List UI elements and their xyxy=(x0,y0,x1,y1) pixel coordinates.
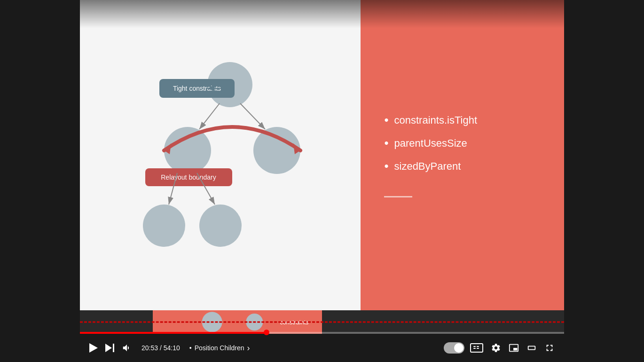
svg-rect-26 xyxy=(477,348,479,349)
bullet-1: constraints.isTight xyxy=(384,113,541,127)
settings-button[interactable] xyxy=(489,341,503,355)
svg-point-4 xyxy=(164,127,211,174)
gear-icon xyxy=(491,343,501,353)
video-container: Tight constraints Relayout boundar xyxy=(80,0,564,362)
svg-rect-23 xyxy=(473,346,476,347)
volume-icon xyxy=(122,343,132,353)
slide-top-overlay xyxy=(80,0,564,28)
bottom-controls: 20:53 / 54:10 • Position Children › xyxy=(80,334,564,362)
svg-point-14 xyxy=(199,205,242,247)
thumbnail-strip: constraints xyxy=(80,310,564,334)
captions-button[interactable] xyxy=(468,341,485,354)
fullscreen-button[interactable] xyxy=(542,341,557,355)
chapter-name: Position Children xyxy=(195,344,244,352)
chapter-dot: • xyxy=(189,344,192,352)
skip-next-button[interactable] xyxy=(103,342,116,354)
play-icon xyxy=(89,343,98,353)
captions-icon xyxy=(470,343,483,353)
slide-divider xyxy=(384,196,412,197)
side-overlay-right xyxy=(564,0,644,362)
volume-button[interactable] xyxy=(120,341,134,355)
theater-mode-button[interactable] xyxy=(525,341,539,355)
progress-dot xyxy=(264,330,269,335)
total-time: 54:10 xyxy=(164,344,180,352)
diagram-svg: Tight constraints Relayout boundar xyxy=(103,38,338,273)
autoplay-toggle[interactable] xyxy=(444,342,464,354)
svg-point-13 xyxy=(143,205,185,247)
chapter-arrow: › xyxy=(247,343,250,353)
theater-icon xyxy=(526,343,537,353)
svg-rect-25 xyxy=(473,348,476,349)
skip-next-icon xyxy=(105,344,114,352)
progress-dashed-line xyxy=(80,322,564,323)
svg-point-5 xyxy=(253,127,300,174)
bullet-2: parentUsesSize xyxy=(384,136,541,150)
progress-area[interactable]: constraints xyxy=(80,310,564,334)
current-time: 20:53 xyxy=(141,344,158,352)
miniplayer-button[interactable] xyxy=(507,341,521,355)
bullet-3: sizedByParent xyxy=(384,159,541,173)
progress-filled xyxy=(80,332,267,334)
chapter-info: • Position Children › xyxy=(189,343,250,353)
progress-track[interactable] xyxy=(80,332,564,334)
time-separator: / xyxy=(160,344,162,352)
svg-rect-24 xyxy=(477,346,479,347)
slide-left: Tight constraints Relayout boundar xyxy=(80,0,361,310)
side-overlay-left xyxy=(0,0,80,362)
time-display: 20:53 / 54:10 xyxy=(141,344,180,352)
slide-area: Tight constraints Relayout boundar xyxy=(80,0,564,310)
slide-right: constraints.isTight parentUsesSize sized… xyxy=(361,0,564,310)
autoplay-knob xyxy=(454,343,463,353)
fullscreen-icon xyxy=(544,343,555,353)
miniplayer-icon xyxy=(509,343,519,353)
svg-line-6 xyxy=(199,103,220,129)
play-button[interactable] xyxy=(87,341,100,354)
svg-line-7 xyxy=(240,103,265,129)
controls-bar: constraints xyxy=(80,310,564,362)
